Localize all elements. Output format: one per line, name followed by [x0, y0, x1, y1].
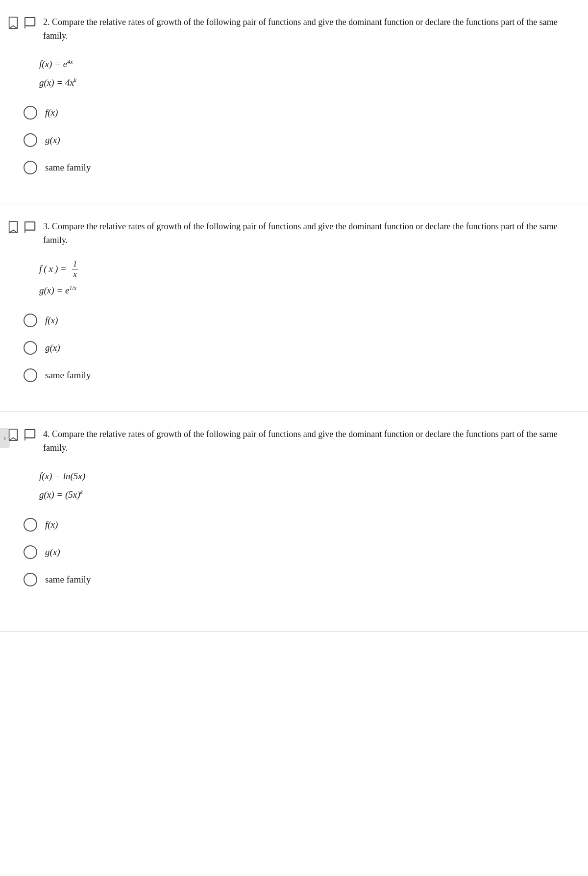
function-f4: f(x) = ln(5x) — [39, 467, 588, 486]
svg-rect-12 — [9, 429, 18, 440]
option-row-q4-fx: f(x) — [24, 518, 588, 532]
radio-q3-gx[interactable] — [24, 341, 37, 355]
option-row-q3-sf: same family — [24, 368, 588, 382]
icon-group-3 — [8, 221, 37, 234]
flag-icon-3[interactable] — [24, 221, 37, 234]
question-block-3: 3. Compare the relative rates of growth … — [0, 204, 588, 413]
radio-q2-fx[interactable] — [24, 106, 37, 120]
option-label-q2-gx[interactable]: g(x) — [45, 135, 60, 146]
function-g2: g(x) = 4xk — [39, 73, 588, 92]
flag-icon-4[interactable] — [24, 429, 37, 441]
question-header-4: 4. Compare the relative rates of growth … — [0, 428, 588, 455]
option-row-q4-gx: g(x) — [24, 545, 588, 559]
icon-group-4 — [8, 429, 37, 441]
option-row-q3-gx: g(x) — [24, 341, 588, 355]
question-block-2: 2. Compare the relative rates of growth … — [0, 0, 588, 204]
question-header-2: 2. Compare the relative rates of growth … — [0, 16, 588, 43]
option-label-q3-gx[interactable]: g(x) — [45, 342, 60, 353]
radio-q3-fx[interactable] — [24, 314, 37, 327]
option-label-q4-sf[interactable]: same family — [45, 574, 91, 585]
function-g3: g(x) = e1/x — [39, 281, 588, 300]
svg-rect-0 — [9, 17, 18, 28]
option-row-q2-fx: f(x) — [24, 106, 588, 120]
option-row-q2-gx: g(x) — [24, 133, 588, 147]
options-section-3: f(x) g(x) same family — [0, 314, 588, 412]
option-label-q2-fx[interactable]: f(x) — [45, 107, 58, 118]
question-header-3: 3. Compare the relative rates of growth … — [0, 220, 588, 247]
svg-rect-7 — [25, 222, 35, 230]
question-text-2: 2. Compare the relative rates of growth … — [43, 16, 576, 43]
icon-group-2 — [8, 17, 37, 29]
radio-q2-sf[interactable] — [24, 161, 37, 174]
function-g4: g(x) = (5x)k — [39, 486, 588, 504]
function-f3: f(x) = 1 x — [39, 259, 588, 280]
option-label-q3-fx[interactable]: f(x) — [45, 315, 58, 326]
svg-rect-13 — [25, 430, 35, 438]
option-label-q4-gx[interactable]: g(x) — [45, 547, 60, 558]
radio-q4-sf[interactable] — [24, 573, 37, 586]
question-number-4: 4. Compare the relative rates of growth … — [43, 429, 558, 453]
bookmark-icon-2[interactable] — [8, 17, 19, 29]
functions-block-4: f(x) = ln(5x) g(x) = (5x)k — [39, 467, 588, 504]
options-section-2: f(x) g(x) same family — [0, 106, 588, 204]
option-row-q4-sf: same family — [24, 573, 588, 586]
radio-q3-sf[interactable] — [24, 368, 37, 382]
function-f2: f(x) = e4x — [39, 55, 588, 73]
functions-block-3: f(x) = 1 x g(x) = e1/x — [39, 259, 588, 300]
question-text-3: 3. Compare the relative rates of growth … — [43, 220, 576, 247]
flag-icon-2[interactable] — [24, 17, 37, 29]
radio-q2-gx[interactable] — [24, 133, 37, 147]
question-text-4: 4. Compare the relative rates of growth … — [43, 428, 576, 455]
svg-rect-1 — [25, 18, 35, 26]
question-number-3: 3. Compare the relative rates of growth … — [43, 221, 558, 245]
options-section-4: f(x) g(x) same family — [0, 518, 588, 616]
question-number-2: 2. Compare the relative rates of growth … — [43, 17, 558, 41]
radio-q4-gx[interactable] — [24, 545, 37, 559]
option-label-q3-sf[interactable]: same family — [45, 370, 91, 381]
option-label-q2-sf[interactable]: same family — [45, 162, 91, 173]
svg-rect-6 — [9, 221, 18, 233]
question-block-4: 4. Compare the relative rates of growth … — [0, 412, 588, 632]
radio-q4-fx[interactable] — [24, 518, 37, 532]
bookmark-icon-3[interactable] — [8, 221, 19, 234]
bookmark-icon-4[interactable] — [8, 429, 19, 441]
option-label-q4-fx[interactable]: f(x) — [45, 519, 58, 530]
option-row-q3-fx: f(x) — [24, 314, 588, 327]
fraction-1-x: 1 x — [72, 259, 78, 280]
option-row-q2-sf: same family — [24, 161, 588, 174]
functions-block-2: f(x) = e4x g(x) = 4xk — [39, 55, 588, 92]
